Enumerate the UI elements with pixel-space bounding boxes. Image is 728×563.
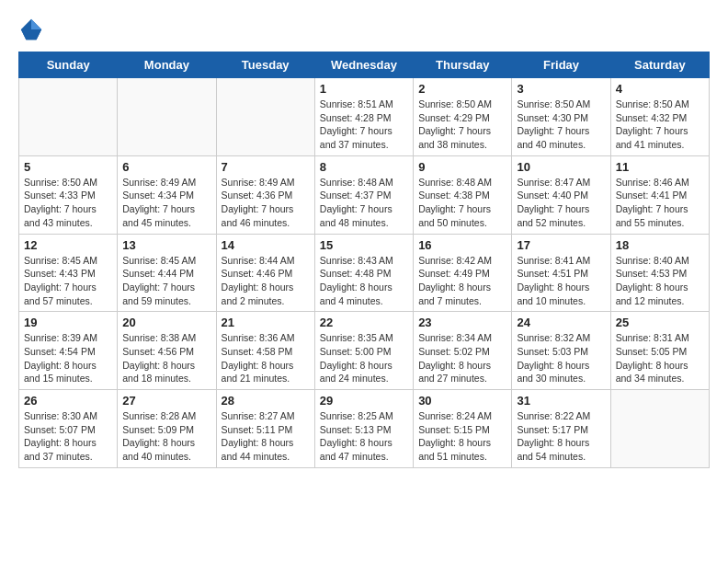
day-header-saturday: Saturday — [610, 52, 709, 78]
day-detail: Sunrise: 8:41 AM Sunset: 4:51 PM Dayligh… — [517, 254, 605, 308]
day-detail: Sunrise: 8:50 AM Sunset: 4:33 PM Dayligh… — [24, 176, 112, 230]
header — [18, 17, 710, 42]
day-number: 27 — [122, 394, 210, 408]
day-detail: Sunrise: 8:31 AM Sunset: 5:05 PM Dayligh… — [616, 331, 704, 385]
day-detail: Sunrise: 8:51 AM Sunset: 4:28 PM Dayligh… — [320, 98, 408, 152]
calendar-cell: 5Sunrise: 8:50 AM Sunset: 4:33 PM Daylig… — [19, 155, 118, 234]
day-number: 15 — [320, 238, 408, 252]
calendar-week-5: 26Sunrise: 8:30 AM Sunset: 5:07 PM Dayli… — [19, 390, 710, 468]
day-number: 19 — [24, 316, 112, 329]
day-number: 8 — [320, 160, 408, 174]
day-header-thursday: Thursday — [414, 52, 512, 78]
calendar-cell: 26Sunrise: 8:30 AM Sunset: 5:07 PM Dayli… — [19, 390, 118, 468]
day-detail: Sunrise: 8:45 AM Sunset: 4:43 PM Dayligh… — [24, 254, 112, 308]
day-detail: Sunrise: 8:50 AM Sunset: 4:29 PM Dayligh… — [418, 98, 506, 152]
day-number: 25 — [616, 316, 704, 329]
calendar-cell: 31Sunrise: 8:22 AM Sunset: 5:17 PM Dayli… — [512, 390, 610, 468]
day-detail: Sunrise: 8:28 AM Sunset: 5:09 PM Dayligh… — [122, 409, 210, 464]
calendar-cell: 25Sunrise: 8:31 AM Sunset: 5:05 PM Dayli… — [610, 312, 709, 390]
day-detail: Sunrise: 8:43 AM Sunset: 4:48 PM Dayligh… — [320, 254, 408, 308]
calendar-cell: 10Sunrise: 8:47 AM Sunset: 4:40 PM Dayli… — [512, 155, 610, 234]
day-detail: Sunrise: 8:42 AM Sunset: 4:49 PM Dayligh… — [418, 254, 506, 308]
svg-marker-2 — [21, 29, 41, 40]
day-detail: Sunrise: 8:46 AM Sunset: 4:41 PM Dayligh… — [616, 176, 704, 230]
calendar-cell: 29Sunrise: 8:25 AM Sunset: 5:13 PM Dayli… — [314, 390, 413, 468]
day-detail: Sunrise: 8:50 AM Sunset: 4:30 PM Dayligh… — [517, 98, 605, 152]
day-number: 16 — [418, 238, 506, 252]
day-number: 21 — [222, 316, 310, 329]
day-number: 12 — [24, 238, 112, 252]
calendar-cell: 27Sunrise: 8:28 AM Sunset: 5:09 PM Dayli… — [118, 390, 216, 468]
calendar-cell — [216, 78, 314, 156]
calendar-cell: 20Sunrise: 8:38 AM Sunset: 4:56 PM Dayli… — [118, 312, 216, 390]
svg-marker-1 — [31, 19, 41, 29]
calendar-cell: 3Sunrise: 8:50 AM Sunset: 4:30 PM Daylig… — [512, 78, 610, 156]
day-number: 17 — [517, 238, 605, 252]
day-number: 13 — [122, 238, 210, 252]
day-number: 26 — [24, 394, 112, 408]
day-detail: Sunrise: 8:38 AM Sunset: 4:56 PM Dayligh… — [122, 331, 210, 385]
day-number: 23 — [418, 316, 506, 329]
day-detail: Sunrise: 8:40 AM Sunset: 4:53 PM Dayligh… — [616, 254, 704, 308]
day-number: 22 — [320, 316, 408, 329]
day-number: 6 — [122, 160, 210, 174]
calendar-cell: 7Sunrise: 8:49 AM Sunset: 4:36 PM Daylig… — [216, 155, 314, 234]
page: SundayMondayTuesdayWednesdayThursdayFrid… — [0, 0, 728, 477]
day-number: 3 — [517, 82, 605, 96]
calendar-cell: 1Sunrise: 8:51 AM Sunset: 4:28 PM Daylig… — [314, 78, 413, 156]
day-number: 9 — [418, 160, 506, 174]
calendar-cell — [19, 78, 118, 156]
day-number: 4 — [616, 82, 704, 96]
day-header-monday: Monday — [118, 52, 216, 78]
day-number: 2 — [418, 82, 506, 96]
calendar-cell: 30Sunrise: 8:24 AM Sunset: 5:15 PM Dayli… — [414, 390, 512, 468]
calendar-cell: 24Sunrise: 8:32 AM Sunset: 5:03 PM Dayli… — [512, 312, 610, 390]
day-detail: Sunrise: 8:39 AM Sunset: 4:54 PM Dayligh… — [24, 331, 112, 385]
calendar-cell: 13Sunrise: 8:45 AM Sunset: 4:44 PM Dayli… — [118, 234, 216, 312]
day-detail: Sunrise: 8:45 AM Sunset: 4:44 PM Dayligh… — [122, 254, 210, 308]
day-number: 31 — [517, 394, 605, 408]
day-number: 28 — [222, 394, 310, 408]
calendar-cell: 22Sunrise: 8:35 AM Sunset: 5:00 PM Dayli… — [314, 312, 413, 390]
day-number: 18 — [616, 238, 704, 252]
day-detail: Sunrise: 8:22 AM Sunset: 5:17 PM Dayligh… — [517, 409, 605, 464]
day-number: 24 — [517, 316, 605, 329]
day-detail: Sunrise: 8:50 AM Sunset: 4:32 PM Dayligh… — [616, 98, 704, 152]
day-number: 11 — [616, 160, 704, 174]
calendar-cell: 19Sunrise: 8:39 AM Sunset: 4:54 PM Dayli… — [19, 312, 118, 390]
calendar-cell: 17Sunrise: 8:41 AM Sunset: 4:51 PM Dayli… — [512, 234, 610, 312]
calendar-cell: 8Sunrise: 8:48 AM Sunset: 4:37 PM Daylig… — [314, 155, 413, 234]
calendar-table: SundayMondayTuesdayWednesdayThursdayFrid… — [18, 52, 710, 468]
calendar-cell: 18Sunrise: 8:40 AM Sunset: 4:53 PM Dayli… — [610, 234, 709, 312]
day-number: 1 — [320, 82, 408, 96]
day-detail: Sunrise: 8:49 AM Sunset: 4:36 PM Dayligh… — [222, 176, 310, 230]
calendar-cell: 11Sunrise: 8:46 AM Sunset: 4:41 PM Dayli… — [610, 155, 709, 234]
day-detail: Sunrise: 8:49 AM Sunset: 4:34 PM Dayligh… — [122, 176, 210, 230]
calendar-cell — [610, 390, 709, 468]
calendar-cell: 14Sunrise: 8:44 AM Sunset: 4:46 PM Dayli… — [216, 234, 314, 312]
day-number: 20 — [122, 316, 210, 329]
calendar-cell: 6Sunrise: 8:49 AM Sunset: 4:34 PM Daylig… — [118, 155, 216, 234]
day-detail: Sunrise: 8:36 AM Sunset: 4:58 PM Dayligh… — [222, 331, 310, 385]
day-header-wednesday: Wednesday — [314, 52, 413, 78]
calendar-cell: 12Sunrise: 8:45 AM Sunset: 4:43 PM Dayli… — [19, 234, 118, 312]
day-number: 10 — [517, 160, 605, 174]
calendar-week-1: 1Sunrise: 8:51 AM Sunset: 4:28 PM Daylig… — [19, 78, 710, 156]
calendar-cell: 2Sunrise: 8:50 AM Sunset: 4:29 PM Daylig… — [414, 78, 512, 156]
day-detail: Sunrise: 8:35 AM Sunset: 5:00 PM Dayligh… — [320, 331, 408, 385]
calendar-week-2: 5Sunrise: 8:50 AM Sunset: 4:33 PM Daylig… — [19, 155, 710, 234]
day-detail: Sunrise: 8:48 AM Sunset: 4:38 PM Dayligh… — [418, 176, 506, 230]
calendar-cell: 4Sunrise: 8:50 AM Sunset: 4:32 PM Daylig… — [610, 78, 709, 156]
day-number: 14 — [222, 238, 310, 252]
calendar-week-4: 19Sunrise: 8:39 AM Sunset: 4:54 PM Dayli… — [19, 312, 710, 390]
day-detail: Sunrise: 8:48 AM Sunset: 4:37 PM Dayligh… — [320, 176, 408, 230]
day-detail: Sunrise: 8:32 AM Sunset: 5:03 PM Dayligh… — [517, 331, 605, 385]
day-number: 5 — [24, 160, 112, 174]
day-number: 29 — [320, 394, 408, 408]
calendar-cell: 21Sunrise: 8:36 AM Sunset: 4:58 PM Dayli… — [216, 312, 314, 390]
calendar-cell: 16Sunrise: 8:42 AM Sunset: 4:49 PM Dayli… — [414, 234, 512, 312]
day-header-tuesday: Tuesday — [216, 52, 314, 78]
day-detail: Sunrise: 8:27 AM Sunset: 5:11 PM Dayligh… — [222, 409, 310, 464]
calendar-cell: 28Sunrise: 8:27 AM Sunset: 5:11 PM Dayli… — [216, 390, 314, 468]
day-detail: Sunrise: 8:25 AM Sunset: 5:13 PM Dayligh… — [320, 409, 408, 464]
